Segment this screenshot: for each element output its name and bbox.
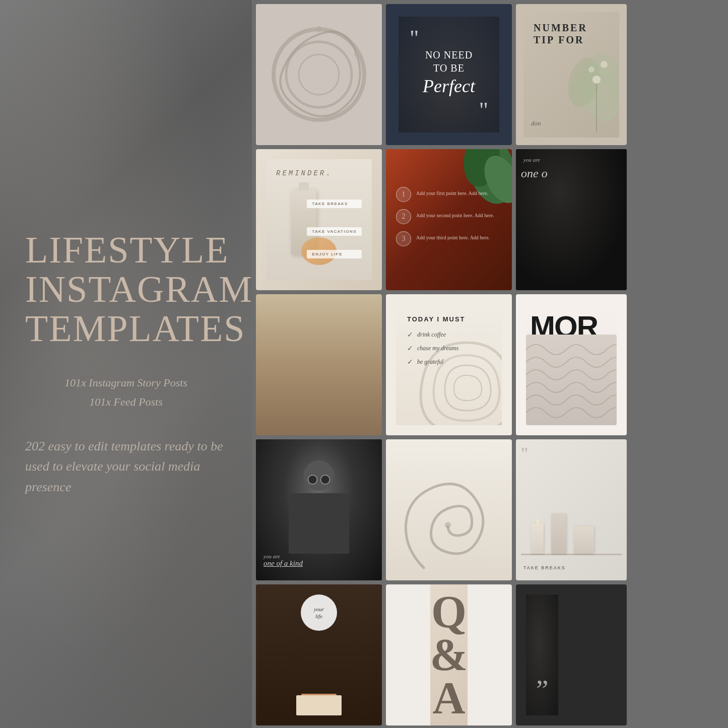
svg-point-11 <box>588 67 594 73</box>
your-life-badge-bottom-top: your <box>314 606 324 613</box>
reminder-title: REMINDER. <box>276 169 362 177</box>
card-no-need-perfect: " NO NEED TO BE Perfect " <box>386 4 512 145</box>
svg-point-12 <box>601 61 608 68</box>
card-you-are-partial: you are one o <box>516 149 627 290</box>
svg-point-5 <box>354 52 359 57</box>
card-numbered-tips: 1 Add your first point here. Add here. 2… <box>386 149 512 290</box>
tip-item-2: 2 Add your second point here. Add here. <box>396 209 502 224</box>
description-text: 202 easy to edit templates ready to be u… <box>25 436 227 497</box>
quote-bottom-mark: ” <box>536 674 548 705</box>
card-mor: MOR <box>516 294 627 435</box>
stat-line-1: 101x Instagram Story Posts <box>25 373 227 392</box>
bw-you-are: you are <box>263 553 303 559</box>
card-coffee: your life <box>256 294 382 435</box>
one-o-text: one o <box>521 167 548 180</box>
tag-enjoy-life: ENJOY LIFE <box>307 250 362 258</box>
svg-point-16 <box>445 522 451 528</box>
take-breaks-label: TAKE BREAKS <box>523 565 566 570</box>
main-title: LIFESTYLE INSTAGRAM TEMPLATES <box>25 231 227 348</box>
quote-open: " <box>410 28 488 48</box>
no-need-text: NO NEED TO BE Perfect <box>410 48 488 98</box>
today-must-title: TODAY I MUST <box>407 315 491 323</box>
card-bw-woman: you are one of a kind <box>256 439 382 580</box>
card-take-breaks: " TAKE BREAKS <box>516 439 627 580</box>
card-coil-bottom <box>386 439 512 580</box>
stat-line-2: 101x Feed Posts <box>25 392 227 411</box>
card-today-must: TODAY I MUST ✓ drink coffee ✓ chase my d… <box>386 294 512 435</box>
card-qa: Q & A <box>386 584 512 725</box>
right-panel: " NO NEED TO BE Perfect " NUMBER TIP FOR <box>252 0 728 728</box>
subtitle-block: 101x Instagram Story Posts 101x Feed Pos… <box>25 373 227 411</box>
your-life-badge-bottom-bottom: life <box>315 613 322 620</box>
card-jewelry-top <box>256 4 382 145</box>
bw-one-of-a-kind: one of a kind <box>263 559 303 568</box>
card-quote-bottom: ” <box>516 584 627 725</box>
card-reminder: REMINDER. TAKE BREAKS TAKE VACATIONS ENJ… <box>256 149 382 290</box>
don-text: don <box>531 119 541 127</box>
svg-point-10 <box>592 76 601 84</box>
card-your-life-brown: your life <box>256 584 382 725</box>
svg-point-4 <box>316 26 322 32</box>
quote-close: " <box>410 99 488 121</box>
qa-text: Q & A <box>430 590 468 720</box>
you-are-label: you are <box>523 157 540 163</box>
tag-take-breaks: TAKE BREAKS <box>307 200 362 208</box>
tip-item-3: 3 Add your third point here. Add here. <box>396 231 502 246</box>
card-number-tip: NUMBER TIP FOR don <box>516 4 627 145</box>
tag-take-vacations: TAKE VACATIONS <box>307 227 362 236</box>
tip-item-1: 1 Add your first point here. Add here. <box>396 187 502 202</box>
left-panel: LIFESTYLE INSTAGRAM TEMPLATES 101x Insta… <box>0 0 252 728</box>
